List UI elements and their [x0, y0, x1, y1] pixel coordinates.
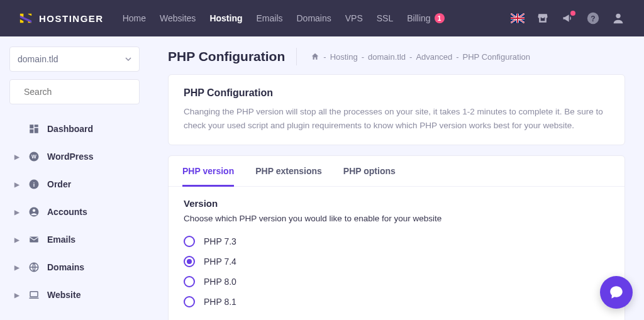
wordpress-icon: W [28, 151, 40, 162]
info-card: PHP Configuration Changing the PHP versi… [168, 74, 625, 145]
chat-fab[interactable] [600, 276, 633, 309]
tab-php-options[interactable]: PHP options [343, 156, 396, 186]
nav-emails[interactable]: Emails [256, 13, 282, 23]
radio-icon [184, 236, 195, 247]
php-version-list: PHP 7.3 PHP 7.4 PHP 8.0 PHP 8.1 [184, 236, 609, 307]
topbar: HOSTINGER Home Websites Hosting Emails D… [0, 0, 644, 36]
nav-websites[interactable]: Websites [160, 13, 196, 23]
version-desc: Choose which PHP version you would like … [184, 214, 609, 223]
sidebar-item-accounts[interactable]: ▶ Accounts [9, 199, 140, 225]
domain-selector[interactable]: domain.tld [9, 47, 140, 72]
svg-rect-6 [35, 124, 38, 127]
domain-value: domain.tld [18, 54, 58, 64]
mail-icon [28, 234, 40, 245]
account-icon[interactable] [611, 11, 625, 25]
topnav: Home Websites Hosting Emails Domains VPS… [123, 13, 445, 23]
caret-icon: ▶ [14, 153, 21, 160]
topbar-right: ? [511, 11, 625, 25]
info-card-title: PHP Configuration [184, 87, 609, 99]
brand-text: HOSTINGER [39, 13, 104, 24]
svg-rect-5 [30, 124, 33, 128]
php-version-option[interactable]: PHP 8.1 [184, 296, 609, 307]
nav-vps[interactable]: VPS [345, 13, 363, 23]
nav-home[interactable]: Home [123, 13, 146, 23]
locale-flag-icon[interactable] [511, 11, 525, 25]
radio-icon [184, 296, 195, 307]
svg-rect-15 [30, 237, 38, 243]
announcements-icon[interactable] [561, 11, 575, 25]
sidebar: domain.tld Dashboard ▶ W WordPress ▶ i O… [0, 36, 149, 320]
info-card-desc: Changing the PHP version will stop all t… [184, 105, 609, 132]
user-icon [28, 206, 40, 218]
svg-text:?: ? [591, 14, 595, 23]
help-icon[interactable]: ? [586, 11, 600, 25]
nav-hosting[interactable]: Hosting [209, 13, 242, 23]
home-icon[interactable] [311, 52, 319, 61]
search-input[interactable] [24, 87, 134, 97]
tab-php-extensions[interactable]: PHP extensions [255, 156, 322, 186]
globe-icon [28, 262, 40, 273]
logo-icon [19, 11, 33, 25]
php-version-option[interactable]: PHP 7.4 [184, 256, 609, 267]
version-title: Version [184, 198, 609, 209]
billing-badge: 1 [435, 13, 445, 23]
search-box[interactable] [9, 79, 140, 104]
sidebar-item-domains[interactable]: ▶ Domains [9, 254, 140, 280]
sidebar-item-dashboard[interactable]: Dashboard [9, 116, 140, 142]
main-content: PHP Configuration -Hosting -domain.tld -… [149, 36, 644, 320]
tabs: PHP version PHP extensions PHP options [169, 156, 625, 187]
svg-rect-8 [30, 130, 33, 133]
sidebar-item-website[interactable]: ▶ Website [9, 282, 140, 308]
tab-php-version[interactable]: PHP version [182, 156, 234, 186]
svg-rect-7 [35, 128, 38, 133]
caret-icon: ▶ [14, 264, 21, 271]
php-version-option[interactable]: PHP 8.0 [184, 276, 609, 287]
store-icon[interactable] [536, 11, 550, 25]
dashboard-icon [28, 123, 40, 135]
caret-icon: ▶ [14, 292, 21, 299]
radio-icon [184, 276, 195, 287]
radio-icon [184, 256, 195, 267]
nav-domains[interactable]: Domains [297, 13, 331, 23]
logo[interactable]: HOSTINGER [19, 11, 104, 25]
nav-billing[interactable]: Billing 1 [407, 13, 444, 23]
info-icon: i [28, 179, 40, 190]
caret-icon: ▶ [14, 236, 21, 243]
svg-rect-17 [30, 292, 38, 297]
svg-text:i: i [33, 182, 35, 188]
svg-point-3 [616, 14, 620, 18]
caret-icon: ▶ [14, 181, 21, 188]
php-version-option[interactable]: PHP 7.3 [184, 236, 609, 247]
laptop-icon [28, 289, 40, 301]
chat-icon [608, 284, 625, 301]
svg-point-14 [33, 209, 36, 212]
chevron-down-icon [125, 56, 131, 62]
page-title: PHP Configuration [168, 49, 285, 64]
sidebar-item-emails[interactable]: ▶ Emails [9, 226, 140, 253]
sidebar-item-wordpress[interactable]: ▶ W WordPress [9, 143, 140, 170]
caret-icon: ▶ [14, 209, 21, 216]
nav-ssl[interactable]: SSL [377, 13, 393, 23]
sidebar-item-order[interactable]: ▶ i Order [9, 171, 140, 197]
notification-dot [570, 11, 575, 16]
svg-text:W: W [31, 154, 36, 160]
breadcrumb: -Hosting -domain.tld -Advanced -PHP Conf… [311, 52, 530, 62]
config-card: PHP version PHP extensions PHP options V… [168, 155, 625, 320]
